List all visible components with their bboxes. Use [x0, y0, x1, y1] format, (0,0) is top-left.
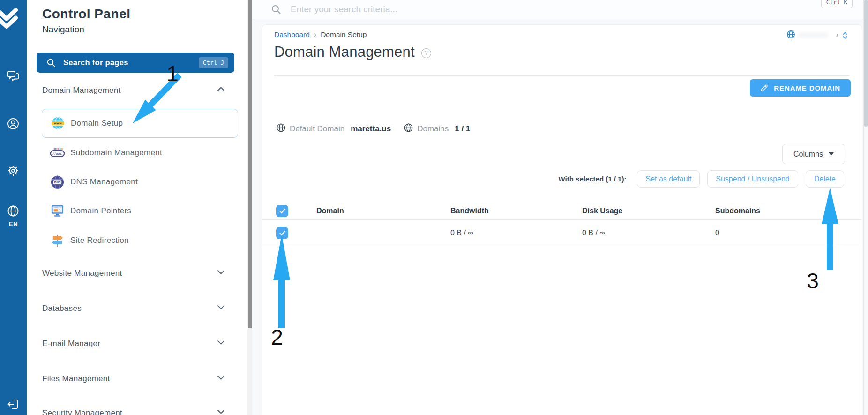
subdomain-icon: //www.	[50, 145, 65, 161]
navigation-panel: Control Panel Navigation Search for page…	[27, 0, 252, 415]
default-domain-value: maretta.us	[351, 124, 391, 134]
page-scrollbar-thumb[interactable]	[864, 0, 868, 127]
redacted-domain-text	[798, 33, 828, 38]
columns-label: Columns	[793, 150, 823, 158]
sidebar-item-site-redirection[interactable]: Site Redirection	[42, 231, 129, 250]
chevron-down-icon[interactable]	[217, 375, 225, 380]
sidebar-item-label: DNS Management	[70, 177, 138, 187]
section-website-management[interactable]: Website Management	[42, 266, 122, 280]
pencil-icon	[760, 84, 768, 92]
chevron-down-icon[interactable]	[217, 270, 225, 274]
globe-icon	[786, 30, 795, 41]
page-title-row: Domain Management ?	[274, 44, 431, 60]
global-search-bar: Ctrl K	[252, 0, 864, 19]
breadcrumb: Dashboard › Domain Setup	[274, 30, 367, 39]
column-header-subdomains[interactable]: Subdomains	[715, 207, 861, 215]
breadcrumb-dashboard[interactable]: Dashboard	[274, 30, 310, 39]
settings-gear-icon[interactable]	[7, 164, 20, 177]
caret-down-icon	[829, 152, 834, 156]
nav-scrollbar-thumb[interactable]	[248, 0, 252, 328]
svg-text://www.: //www.	[52, 152, 63, 155]
breadcrumb-current: Domain Setup	[321, 30, 367, 39]
globe-icon	[404, 123, 413, 135]
panel-subtitle: Navigation	[42, 24, 84, 35]
section-email-manager[interactable]: E-mail Manager	[42, 337, 100, 351]
global-search-input[interactable]	[290, 4, 666, 15]
page-scrollbar[interactable]	[863, 0, 868, 415]
sidebar-item-domain-pointers[interactable]: www Domain Pointers	[42, 202, 131, 220]
sidebar-item-label: Domain Pointers	[70, 206, 131, 216]
suspend-unsuspend-button[interactable]: Suspend / Unsuspend	[707, 170, 798, 188]
redaction-remnant	[836, 34, 838, 37]
globe-icon	[276, 123, 286, 135]
cell-bandwidth: 0 B / ∞	[450, 229, 582, 237]
with-selected-label: With selected (1 / 1):	[559, 175, 627, 183]
logout-icon[interactable]	[7, 398, 20, 411]
language-label[interactable]: EN	[0, 220, 27, 227]
column-header-domain[interactable]: Domain	[316, 207, 450, 215]
domain-selector[interactable]	[786, 30, 848, 41]
directadmin-logo-icon[interactable]	[0, 6, 19, 31]
check-icon	[279, 230, 286, 236]
directadmin-screen: EN Control Panel Navigation Search for p…	[0, 0, 868, 415]
sidebar-item-subdomain-management[interactable]: //www. Subdomain Management	[42, 143, 162, 162]
panel-title: Control Panel	[42, 7, 131, 22]
help-icon[interactable]: ?	[421, 48, 431, 58]
sidebar-item-label: Subdomain Management	[70, 148, 162, 158]
page-title: Domain Management	[274, 44, 415, 60]
rename-domain-label: RENAME DOMAIN	[774, 84, 840, 92]
sidebar-item-label: Site Redirection	[70, 236, 129, 245]
svg-text:DNS: DNS	[54, 181, 61, 183]
search-icon	[271, 4, 281, 15]
section-domain-management[interactable]: Domain Management	[42, 83, 121, 98]
title-divider	[274, 75, 850, 76]
main-area: Ctrl K Dashboard › Domain Setup Domain M…	[252, 0, 868, 415]
section-security-management[interactable]: Security Management	[42, 406, 122, 415]
chevron-down-icon[interactable]	[217, 305, 225, 309]
domain-management-card: Dashboard › Domain Setup Domain Manageme…	[262, 24, 862, 415]
section-databases[interactable]: Databases	[42, 302, 82, 316]
signpost-icon	[50, 233, 65, 249]
nav-scrollbar[interactable]	[247, 0, 252, 415]
dns-globe-icon: DNS	[50, 174, 65, 190]
cell-subdomains: 0	[715, 229, 861, 237]
table-header-row: Domain Bandwidth Disk Usage Subdomains	[262, 202, 861, 220]
delete-button[interactable]: Delete	[806, 170, 844, 188]
domain-stats: Default Domain maretta.us Domains 1 / 1	[276, 121, 470, 136]
icon-rail: EN	[0, 0, 27, 415]
global-search-shortcut: Ctrl K	[821, 0, 853, 8]
select-all-checkbox[interactable]	[276, 205, 288, 217]
monitor-icon: www	[50, 204, 65, 219]
columns-dropdown-button[interactable]: Columns	[782, 144, 845, 164]
sidebar-item-domain-setup[interactable]: www Domain Setup	[42, 109, 238, 138]
search-icon	[46, 58, 56, 68]
nav-search-label: Search for pages	[63, 58, 128, 67]
chevron-down-icon[interactable]	[217, 340, 225, 345]
chevron-up-down-icon[interactable]	[842, 31, 848, 39]
set-as-default-button[interactable]: Set as default	[637, 170, 700, 188]
domains-count-label: Domains	[417, 124, 449, 134]
rename-domain-button[interactable]: RENAME DOMAIN	[750, 79, 851, 97]
cell-disk-usage: 0 B / ∞	[582, 229, 715, 237]
svg-text:www: www	[54, 121, 62, 125]
column-header-bandwidth[interactable]: Bandwidth	[450, 207, 582, 215]
svg-text:www: www	[54, 206, 58, 208]
column-header-disk-usage[interactable]: Disk Usage	[582, 207, 715, 215]
row-checkbox[interactable]	[276, 227, 288, 239]
domains-count-value: 1 / 1	[455, 124, 470, 134]
section-files-management[interactable]: Files Management	[42, 372, 110, 386]
account-icon[interactable]	[7, 117, 20, 130]
nav-search-button[interactable]: Search for pages Ctrl J	[37, 53, 234, 73]
nav-search-shortcut: Ctrl J	[199, 57, 228, 68]
chevron-up-icon[interactable]	[217, 87, 225, 91]
globe-www-icon: www	[50, 116, 66, 131]
sidebar-item-dns-management[interactable]: DNS DNS Management	[42, 173, 138, 191]
support-chat-icon[interactable]	[7, 69, 20, 83]
breadcrumb-separator: ›	[314, 30, 316, 39]
chevron-down-icon[interactable]	[217, 409, 225, 414]
language-globe-icon[interactable]	[7, 204, 20, 218]
with-selected-row: With selected (1 / 1): Set as default Su…	[559, 170, 844, 188]
table-row: 0 B / ∞ 0 B / ∞ 0	[262, 220, 861, 246]
default-domain-label: Default Domain	[290, 124, 344, 134]
sidebar-item-label: Domain Setup	[71, 119, 123, 128]
